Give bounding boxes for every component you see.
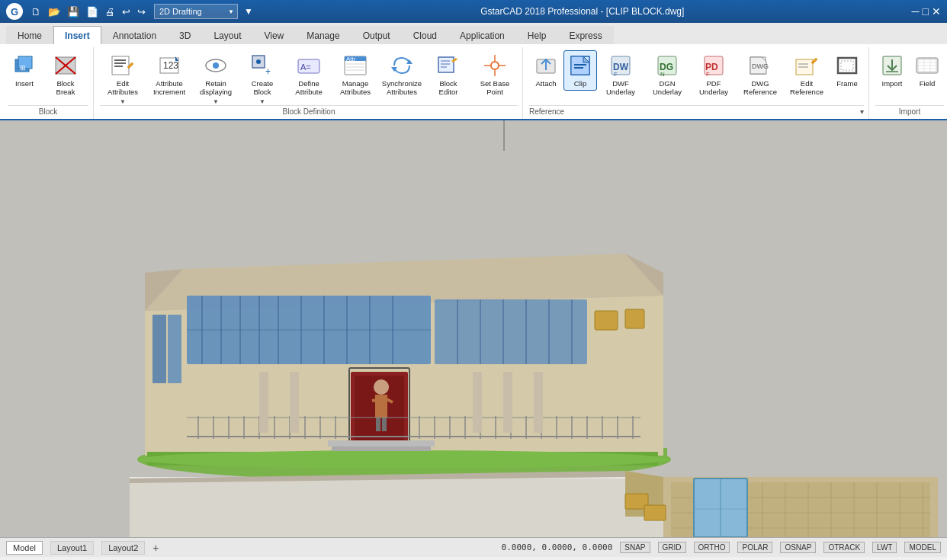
- redo-icon[interactable]: ↪: [135, 5, 148, 18]
- svg-point-100: [374, 379, 389, 395]
- svg-rect-140: [290, 372, 299, 433]
- minimize-icon[interactable]: ─: [912, 5, 920, 18]
- model-tab[interactable]: Model: [6, 541, 43, 555]
- retain-displaying-dropdown-arrow[interactable]: ▼: [213, 98, 219, 104]
- ribbon-group-reference: Attach Clip DWF DWF Underlay DGN: [525, 47, 869, 119]
- osnap-toggle[interactable]: OSNAP: [780, 542, 816, 553]
- block-editor-button[interactable]: Block Editor: [425, 50, 471, 100]
- block-group-label: Block: [8, 105, 88, 117]
- import-button[interactable]: Import: [875, 50, 909, 91]
- pdf-underlay-button[interactable]: PDF PDF Underlay: [691, 50, 737, 100]
- tab-output[interactable]: Output: [352, 26, 402, 44]
- manage-attributes-label: Manage Attributes: [337, 79, 374, 97]
- svg-rect-134: [625, 309, 644, 328]
- save-icon[interactable]: 💾: [65, 5, 82, 18]
- attribute-increment-button[interactable]: 123 Attribute Increment: [146, 50, 192, 100]
- edit-attributes-label: Edit Attributes: [104, 79, 141, 97]
- tab-view[interactable]: View: [252, 26, 295, 44]
- frame-button[interactable]: Frame: [830, 50, 864, 91]
- set-base-point-button[interactable]: Set Base Point: [472, 50, 518, 100]
- lwt-toggle[interactable]: LWT: [872, 542, 897, 553]
- edit-reference-icon: [795, 53, 819, 78]
- canvas-area[interactable]: [0, 120, 947, 537]
- synchronize-attributes-icon: [390, 53, 414, 78]
- tab-layout[interactable]: Layout: [202, 26, 252, 44]
- tab-application[interactable]: Application: [448, 26, 516, 44]
- retain-displaying-label: Retain displaying: [197, 79, 234, 97]
- model-space-toggle[interactable]: MODEL: [904, 542, 941, 553]
- svg-marker-145: [130, 478, 663, 537]
- synchronize-attributes-button[interactable]: Synchronize Attributes: [379, 50, 425, 100]
- attribute-increment-label: Attribute Increment: [151, 79, 188, 97]
- edit-reference-button[interactable]: Edit Reference: [784, 50, 830, 100]
- block-break-icon: [53, 53, 78, 78]
- workspace-dropdown[interactable]: 2D Drafting ▼: [154, 4, 238, 19]
- insert-button[interactable]: ⊞ Insert: [8, 50, 41, 91]
- reference-expand-icon[interactable]: ▾: [860, 107, 864, 116]
- frame-label: Frame: [836, 79, 857, 88]
- snap-toggle[interactable]: SNAP: [620, 542, 650, 553]
- create-block-label: Create Block: [244, 79, 281, 97]
- add-layout-icon[interactable]: +: [152, 542, 159, 554]
- ortho-toggle[interactable]: ORTHO: [694, 542, 730, 553]
- dgn-underlay-button[interactable]: DGN DGN Underlay: [644, 50, 690, 100]
- window-controls: ─ □ ✕: [912, 5, 941, 18]
- svg-text:⊞: ⊞: [20, 64, 26, 72]
- tab-express[interactable]: Express: [557, 26, 613, 44]
- dwf-underlay-button[interactable]: DWF DWF Underlay: [598, 50, 644, 100]
- create-block-button[interactable]: + Create Block ▼: [239, 50, 285, 104]
- dwf-underlay-icon: DWF: [608, 53, 633, 78]
- dwf-underlay-label: DWF Underlay: [602, 79, 639, 97]
- svg-rect-89: [168, 315, 181, 383]
- svg-rect-42: [574, 67, 583, 69]
- dwg-reference-button[interactable]: DWG DWG Reference: [737, 50, 783, 100]
- clip-label: Clip: [574, 79, 586, 88]
- clip-button[interactable]: Clip: [563, 50, 597, 91]
- layout1-tab[interactable]: Layout1: [50, 541, 94, 555]
- create-block-dropdown-arrow[interactable]: ▼: [259, 98, 265, 104]
- block-break-button[interactable]: Block Break: [43, 50, 88, 100]
- attach-button[interactable]: Attach: [529, 50, 563, 91]
- ribbon-panel: ⊞ Insert Block Break Block Edit Attribut…: [0, 44, 947, 120]
- field-button[interactable]: Field: [910, 50, 944, 91]
- define-attribute-button[interactable]: A= Define Attribute: [286, 50, 332, 100]
- svg-rect-141: [473, 372, 482, 433]
- tab-manage[interactable]: Manage: [295, 26, 351, 44]
- svg-text:123: 123: [163, 60, 178, 71]
- tab-home[interactable]: Home: [6, 26, 53, 44]
- new-icon[interactable]: 🗋: [29, 5, 43, 18]
- svg-point-136: [139, 450, 669, 469]
- grid-toggle[interactable]: GRID: [658, 542, 686, 553]
- edit-attributes-button[interactable]: Edit Attributes ▼: [100, 50, 146, 104]
- retain-displaying-button[interactable]: Retain displaying ▼: [193, 50, 239, 104]
- svg-point-31: [491, 62, 499, 69]
- tab-3d[interactable]: 3D: [168, 26, 202, 44]
- svg-rect-164: [644, 505, 666, 520]
- svg-rect-143: [534, 372, 543, 433]
- attach-icon: [534, 53, 558, 78]
- import-icon: [880, 53, 904, 78]
- set-base-point-label: Set Base Point: [477, 79, 513, 97]
- maximize-icon[interactable]: □: [923, 5, 929, 18]
- otrack-toggle[interactable]: OTRACK: [823, 542, 865, 553]
- tab-annotation[interactable]: Annotation: [101, 26, 168, 44]
- dwg-reference-icon: DWG: [748, 53, 772, 78]
- synchronize-attributes-label: Synchronize Attributes: [382, 79, 422, 97]
- undo-icon[interactable]: ↩: [120, 5, 133, 18]
- dropdown-arrow-icon[interactable]: ▼: [244, 6, 253, 17]
- print-icon[interactable]: 🖨: [103, 5, 117, 18]
- svg-rect-27: [438, 57, 454, 72]
- retain-displaying-icon: [204, 53, 228, 78]
- edit-attributes-dropdown-arrow[interactable]: ▼: [120, 98, 126, 104]
- tab-cloud[interactable]: Cloud: [402, 26, 448, 44]
- polar-toggle[interactable]: POLAR: [737, 542, 772, 553]
- tab-insert[interactable]: Insert: [53, 26, 101, 44]
- title-text: GstarCAD 2018 Professional - [CLIP BLOCK…: [259, 6, 906, 17]
- manage-attributes-button[interactable]: Attr Manage Attributes: [332, 50, 378, 100]
- svg-text:F: F: [706, 71, 710, 78]
- layout2-tab[interactable]: Layout2: [101, 541, 145, 555]
- tab-help[interactable]: Help: [516, 26, 558, 44]
- close-icon[interactable]: ✕: [932, 5, 941, 18]
- open-icon[interactable]: 📂: [46, 5, 63, 18]
- saveas-icon[interactable]: 📄: [84, 5, 101, 18]
